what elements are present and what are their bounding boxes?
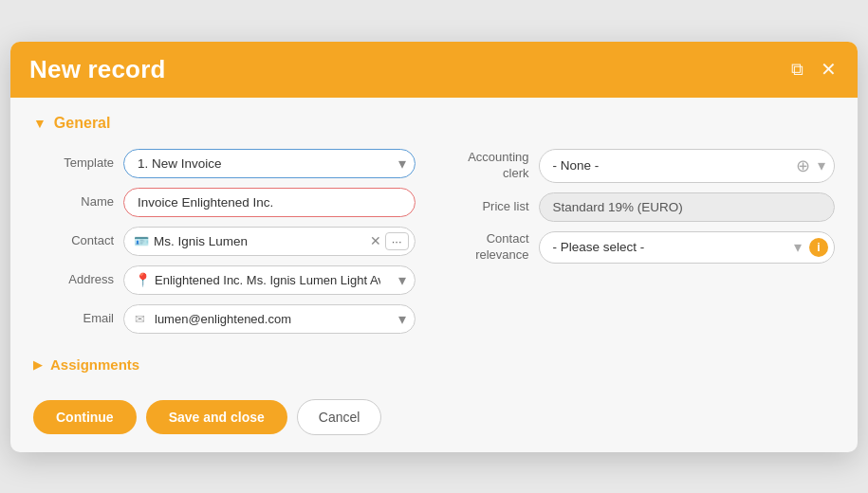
times-icon: ✕ [370,233,381,248]
address-label: Address [33,272,114,288]
assignments-title: Assignments [50,356,139,373]
template-label: Template [33,155,114,172]
price-list-value: Standard 19% (EURO) [539,192,836,222]
info-icon[interactable]: i [809,238,828,257]
ellipsis-icon: ··· [392,234,402,248]
accounting-clerk-wrap: - None - ⊕ [539,149,836,183]
general-section-toggle[interactable]: ▼ [33,116,46,131]
continue-button[interactable]: Continue [33,400,137,434]
contact-value: Ms. Ignis Lumen [154,234,366,248]
email-input[interactable] [123,304,416,334]
save-close-button[interactable]: Save and close [146,400,287,434]
cancel-button[interactable]: Cancel [297,399,382,435]
maximize-icon: ⧉ [791,60,803,80]
dialog-title: New record [29,55,166,84]
contact-person-icon: 🪪 [134,234,149,248]
address-input-wrap: 📍 [123,265,416,295]
price-list-label: Price list [453,199,529,215]
email-label: Email [33,311,114,327]
template-input[interactable] [123,149,416,178]
form-right-column: Accounting clerk - None - ⊕ Price list S… [453,149,836,343]
contact-relevance-wrap: - Please select - i [539,231,836,264]
chevron-down-icon [794,239,802,255]
header-icons: ⧉ ✕ [789,56,839,82]
general-section-header: ▼ General [33,115,835,132]
address-input[interactable] [123,265,416,295]
contact-label: Contact [33,233,114,249]
accounting-clerk-btn-group: ⊕ [793,155,828,176]
contact-row: Contact 🪪 Ms. Ignis Lumen ✕ ··· [33,227,416,256]
template-input-wrap [123,149,416,178]
accounting-clerk-row: Accounting clerk - None - ⊕ [453,149,836,183]
form-grid: Template Name Contact [33,149,835,343]
contact-more-button[interactable]: ··· [385,232,409,250]
chevron-down-icon [818,157,825,173]
template-row: Template [33,149,416,178]
name-row: Name [33,188,416,217]
general-section-title: General [54,115,111,132]
assignments-toggle[interactable]: ▶ [33,357,43,372]
chevron-down-icon [398,272,406,288]
price-list-row: Price list Standard 19% (EURO) [453,192,836,222]
dialog-body: ▼ General Template Name [10,98,858,388]
form-left-column: Template Name Contact [33,149,416,343]
location-icon: 📍 [135,272,151,287]
name-input[interactable] [123,188,416,217]
contact-clear-button[interactable]: ✕ [366,233,385,248]
accounting-clerk-dropdown-button[interactable] [815,155,828,176]
address-dropdown-button[interactable] [391,267,414,293]
template-dropdown-button[interactable] [391,151,414,176]
address-row: Address 📍 [33,265,416,295]
email-icon: ✉ [135,312,145,326]
chevron-down-icon [398,155,406,172]
accounting-clerk-add-button[interactable]: ⊕ [793,155,813,176]
name-label: Name [33,194,114,210]
maximize-button[interactable]: ⧉ [789,58,805,82]
email-row: Email ✉ [33,304,416,334]
close-button[interactable]: ✕ [819,56,839,82]
email-input-wrap: ✉ [123,304,416,334]
name-input-wrap [123,188,416,217]
contact-input-wrap: 🪪 Ms. Ignis Lumen ✕ ··· [123,227,416,256]
email-dropdown-button[interactable] [391,306,414,332]
dialog-header: New record ⧉ ✕ [10,42,858,98]
chevron-down-icon [398,311,406,327]
assignments-section: ▶ Assignments [33,356,835,373]
contact-relevance-label: Contact relevance [453,231,529,264]
dialog: New record ⧉ ✕ ▼ General Template [10,42,858,452]
dialog-footer: Continue Save and close Cancel [10,388,858,452]
contact-relevance-dropdown-button[interactable] [791,238,804,256]
close-icon: ✕ [821,58,837,81]
contact-relevance-value: - Please select - [553,240,792,254]
accounting-clerk-label: Accounting clerk [453,150,529,182]
contact-relevance-row: Contact relevance - Please select - i [453,231,836,264]
accounting-clerk-value: - None - [553,158,794,173]
